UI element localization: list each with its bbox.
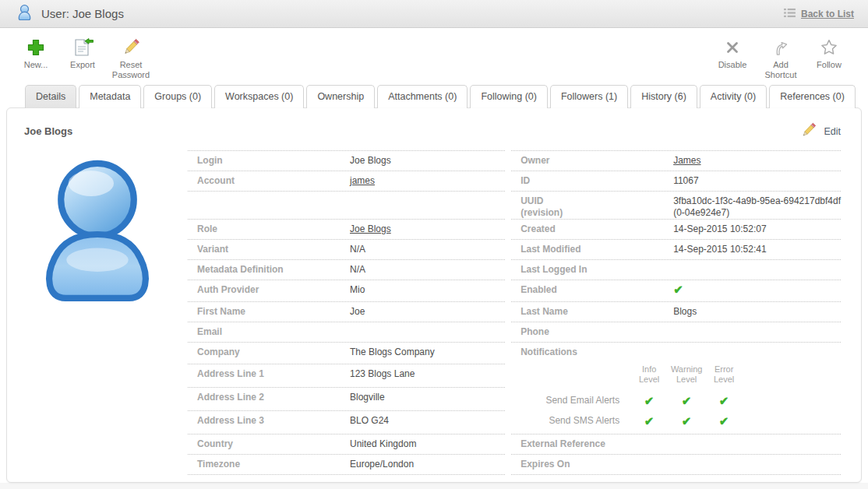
email-warning-check-icon: ✔ — [668, 388, 705, 408]
reset-password-button[interactable]: Reset Password — [109, 34, 153, 80]
row-enabled: Enabled ✔ — [511, 280, 841, 302]
plus-icon — [26, 37, 45, 58]
pencil-icon — [122, 37, 141, 58]
row-expires-on: Expires On — [511, 455, 841, 475]
row-notifications: Notifications Info Level Warning Level E… — [511, 343, 841, 434]
disable-button[interactable]: Disable — [712, 34, 753, 70]
row-address-line-3: Address Line 3 BLO G24 — [188, 411, 505, 434]
info-level-header: Info Level — [630, 360, 668, 388]
avatar-column — [7, 150, 188, 475]
row-phone: Phone — [511, 322, 841, 343]
user-detail-page: User: Joe Blogs Back to List Ne — [0, 0, 868, 489]
tab-ownership[interactable]: Ownership — [306, 85, 375, 108]
row-last-modified: Last Modified 14-Sep-2015 10:52:41 — [511, 240, 841, 260]
enabled-check-icon: ✔ — [673, 283, 683, 296]
send-sms-alerts-label: Send SMS Alerts — [511, 408, 630, 428]
row-last-name: Last Name Blogs — [511, 302, 841, 322]
toolbar: New... Export — [0, 28, 868, 80]
notifications-grid: Info Level Warning Level Error Level Sen… — [511, 360, 841, 428]
row-uuid: UUID (revision) 3fba10dc-1f3c-4a9b-95ea-… — [511, 192, 841, 220]
follow-button[interactable]: Follow — [809, 34, 849, 70]
row-spacer — [188, 192, 505, 220]
send-email-alerts-label: Send Email Alerts — [511, 388, 630, 408]
list-icon — [784, 7, 796, 21]
warning-level-header: Warning Level — [668, 360, 705, 388]
export-icon — [72, 37, 94, 58]
tab-following[interactable]: Following (0) — [470, 85, 548, 108]
tab-history[interactable]: History (6) — [630, 85, 697, 108]
sms-info-check-icon: ✔ — [630, 408, 668, 428]
toolbar-left: New... Export — [16, 34, 159, 80]
tab-references[interactable]: References (0) — [769, 85, 856, 108]
details-right-column: Owner James ID 11067 UUID (revision) 3f — [511, 150, 841, 475]
owner-link[interactable]: James — [673, 155, 700, 166]
row-created: Created 14-Sep-2015 10:52:07 — [511, 220, 841, 240]
row-last-logged-in: Last Logged In — [511, 260, 841, 280]
tab-groups[interactable]: Groups (0) — [143, 85, 212, 108]
row-metadata-definition: Metadata Definition N/A — [188, 260, 505, 280]
tab-followers[interactable]: Followers (1) — [550, 85, 628, 108]
export-button[interactable]: Export — [62, 34, 103, 70]
page-title: User: Joe Blogs — [41, 7, 124, 20]
row-address-line-2: Address Line 2 Blogville — [188, 388, 505, 411]
role-link[interactable]: Joe Blogs — [350, 223, 391, 234]
row-login: Login Joe Blogs — [188, 151, 505, 171]
sms-error-check-icon: ✔ — [705, 408, 743, 428]
edit-pencil-icon — [800, 121, 817, 141]
x-icon — [725, 37, 740, 58]
row-company: Company The Blogs Company — [188, 343, 505, 364]
row-external-reference: External Reference — [511, 434, 841, 455]
row-role: Role Joe Blogs — [188, 220, 505, 240]
toolbar-right: Disable Add Shortcut Follow — [712, 34, 856, 80]
row-variant: Variant N/A — [188, 240, 505, 260]
tab-workspaces[interactable]: Workspaces (0) — [214, 85, 304, 108]
row-id: ID 11067 — [511, 171, 841, 192]
tab-attachments[interactable]: Attachments (0) — [377, 85, 468, 108]
tab-details[interactable]: Details — [25, 85, 76, 108]
error-level-header: Error Level — [705, 360, 743, 388]
account-link[interactable]: james — [350, 175, 375, 186]
details-left-column: Login Joe Blogs Account james Role Joe B… — [188, 150, 505, 475]
new-button[interactable]: New... — [16, 34, 56, 70]
add-shortcut-button[interactable]: Add Shortcut — [759, 34, 803, 80]
back-to-list-button[interactable]: Back to List — [784, 7, 854, 21]
shortcut-arrow-icon — [772, 37, 789, 58]
tab-bar: Details Metadata Groups (0) Workspaces (… — [25, 85, 868, 107]
row-country: Country United Kingdom — [188, 434, 505, 455]
row-first-name: First Name Joe — [188, 302, 505, 322]
row-auth-provider: Auth Provider Mio — [188, 280, 505, 302]
sms-warning-check-icon: ✔ — [668, 408, 705, 428]
row-owner: Owner James — [511, 151, 841, 171]
row-timezone: Timezone Europe/London — [188, 455, 505, 475]
row-address-line-1: Address Line 1 123 Blogs Lane — [188, 364, 505, 388]
record-title: Joe Blogs — [24, 125, 72, 137]
tab-metadata[interactable]: Metadata — [79, 85, 141, 108]
email-error-check-icon: ✔ — [705, 388, 743, 408]
notifications-label: Notifications — [511, 347, 673, 358]
user-avatar — [38, 152, 157, 306]
row-email: Email — [188, 322, 505, 343]
back-to-list-link[interactable]: Back to List — [801, 9, 854, 19]
row-account: Account james — [188, 171, 505, 192]
details-panel: Joe Blogs Edit — [6, 107, 862, 483]
email-info-check-icon: ✔ — [630, 388, 668, 408]
user-icon — [17, 4, 32, 24]
tab-activity[interactable]: Activity (0) — [700, 85, 767, 108]
header-bar: User: Joe Blogs Back to List — [0, 0, 868, 28]
star-icon — [820, 37, 838, 58]
edit-button[interactable]: Edit — [800, 121, 841, 141]
